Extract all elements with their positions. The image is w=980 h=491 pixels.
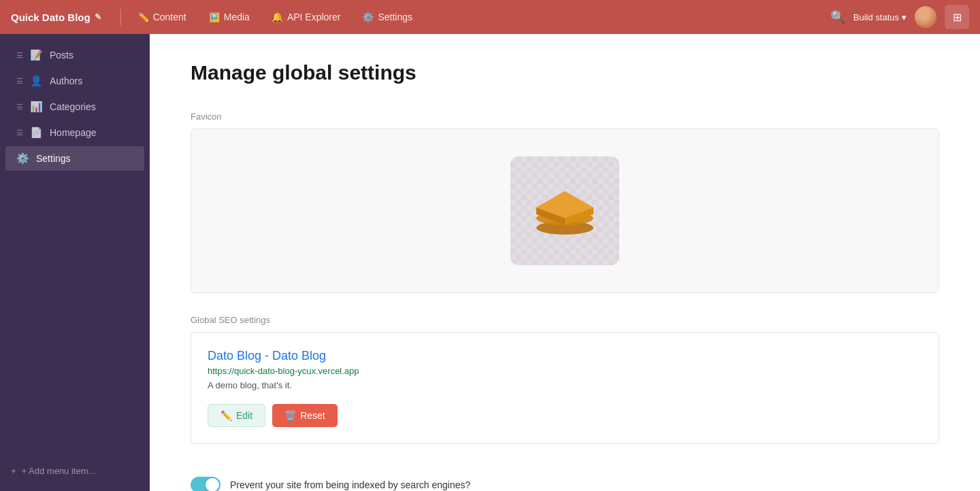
brand-name: Quick Dato Blog bbox=[11, 12, 91, 23]
sidebar-label-settings: Settings bbox=[36, 153, 71, 164]
favicon-section: Favicon bbox=[191, 112, 939, 293]
seo-url: https://quick-dato-blog-ycux.vercel.app bbox=[208, 366, 922, 376]
favicon-stack-icon bbox=[531, 179, 599, 243]
build-status-label: Build status bbox=[853, 12, 899, 22]
menu-dots-icon-homepage: ☰ bbox=[16, 129, 23, 137]
sidebar-label-categories: Categories bbox=[50, 101, 96, 112]
nav-api-label: API Explorer bbox=[287, 12, 341, 22]
trash-icon: 🗑️ bbox=[284, 410, 296, 421]
settings-icon: ⚙️ bbox=[16, 152, 29, 165]
nav-item-media[interactable]: 🖼️ Media bbox=[200, 7, 258, 27]
favicon-upload-area[interactable] bbox=[191, 129, 938, 292]
sidebar-item-authors[interactable]: ☰ 👤 Authors bbox=[5, 69, 144, 93]
favicon-label: Favicon bbox=[191, 112, 939, 122]
sidebar-item-homepage[interactable]: ☰ 📄 Homepage bbox=[5, 120, 144, 145]
indexing-toggle-section: Prevent your site from being indexed by … bbox=[191, 466, 939, 491]
brand-edit-icon: ✎ bbox=[95, 12, 101, 22]
sidebar-item-posts[interactable]: ☰ 📝 Posts bbox=[5, 43, 144, 67]
seo-section: Global SEO settings Dato Blog - Dato Blo… bbox=[191, 315, 939, 444]
nav-content-label: Content bbox=[153, 12, 186, 22]
settings-gear-icon: ⚙️ bbox=[362, 12, 374, 22]
menu-dots-icon-authors: ☰ bbox=[16, 77, 23, 86]
avatar[interactable] bbox=[915, 6, 936, 28]
nav-settings-label: Settings bbox=[378, 12, 412, 22]
main-content: Manage global settings Favicon bbox=[150, 34, 980, 491]
app-switcher-button[interactable]: ⊞ bbox=[945, 5, 969, 29]
authors-icon: 👤 bbox=[30, 75, 43, 87]
build-status-button[interactable]: Build status ▾ bbox=[853, 12, 906, 22]
sidebar-spacer bbox=[0, 171, 150, 459]
nav-item-content[interactable]: ✏️ Content bbox=[129, 7, 195, 27]
api-bell-icon: 🔔 bbox=[272, 12, 283, 22]
sidebar: ☰ 📝 Posts ☰ 👤 Authors ☰ 📊 Categories ☰ 📄… bbox=[0, 34, 150, 491]
seo-card: Dato Blog - Dato Blog https://quick-dato… bbox=[191, 332, 939, 444]
seo-title[interactable]: Dato Blog - Dato Blog bbox=[208, 349, 922, 363]
avatar-image bbox=[915, 6, 936, 28]
sidebar-label-posts: Posts bbox=[50, 50, 74, 61]
nav-item-api-explorer[interactable]: 🔔 API Explorer bbox=[263, 7, 349, 27]
homepage-icon: 📄 bbox=[30, 126, 43, 139]
top-navigation: Quick Dato Blog ✎ ✏️ Content 🖼️ Media 🔔 … bbox=[0, 0, 980, 34]
seo-card-inner: Dato Blog - Dato Blog https://quick-dato… bbox=[191, 333, 938, 443]
reset-seo-button[interactable]: 🗑️ Reset bbox=[272, 404, 338, 427]
brand-logo[interactable]: Quick Dato Blog ✎ bbox=[11, 12, 101, 23]
menu-dots-icon-categories: ☰ bbox=[16, 103, 23, 112]
sidebar-label-homepage: Homepage bbox=[50, 127, 97, 138]
add-menu-item-button[interactable]: + + Add menu item... bbox=[0, 459, 150, 483]
nav-right: 🔍 Build status ▾ ⊞ bbox=[830, 5, 969, 29]
sidebar-item-settings[interactable]: ⚙️ Settings bbox=[5, 146, 144, 171]
categories-icon: 📊 bbox=[30, 101, 43, 113]
seo-description: A demo blog, that's it. bbox=[208, 380, 922, 390]
favicon-image bbox=[510, 156, 619, 265]
grid-icon: ⊞ bbox=[953, 11, 962, 24]
nav-divider bbox=[120, 9, 121, 25]
edit-seo-button[interactable]: ✏️ Edit bbox=[208, 404, 265, 427]
sidebar-item-categories[interactable]: ☰ 📊 Categories bbox=[5, 95, 144, 119]
add-menu-label: + Add menu item... bbox=[22, 466, 96, 476]
nav-media-label: Media bbox=[224, 12, 250, 22]
favicon-card bbox=[191, 129, 939, 293]
app-body: ☰ 📝 Posts ☰ 👤 Authors ☰ 📊 Categories ☰ 📄… bbox=[0, 34, 980, 491]
sidebar-label-authors: Authors bbox=[50, 75, 82, 86]
content-icon: ✏️ bbox=[137, 12, 149, 22]
pencil-icon: ✏️ bbox=[220, 410, 232, 421]
indexing-toggle[interactable] bbox=[191, 477, 220, 491]
posts-icon: 📝 bbox=[30, 49, 43, 61]
chevron-down-icon: ▾ bbox=[902, 12, 906, 22]
page-title: Manage global settings bbox=[191, 61, 939, 84]
search-icon[interactable]: 🔍 bbox=[830, 10, 845, 24]
edit-btn-label: Edit bbox=[236, 410, 252, 421]
add-menu-icon: + bbox=[11, 466, 16, 476]
seo-actions: ✏️ Edit 🗑️ Reset bbox=[208, 404, 922, 427]
seo-label: Global SEO settings bbox=[191, 315, 939, 325]
menu-dots-icon-posts: ☰ bbox=[16, 51, 23, 60]
media-icon: 🖼️ bbox=[208, 12, 220, 22]
reset-btn-label: Reset bbox=[300, 410, 325, 421]
nav-item-settings[interactable]: ⚙️ Settings bbox=[354, 7, 421, 27]
indexing-toggle-label: Prevent your site from being indexed by … bbox=[230, 479, 470, 490]
